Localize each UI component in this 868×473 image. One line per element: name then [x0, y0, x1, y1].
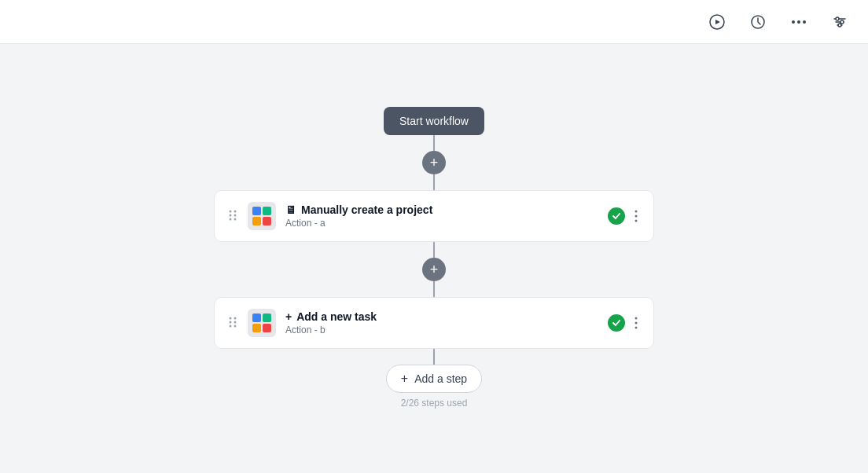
svg-point-27 [635, 317, 638, 320]
add-step-plus-icon: + [401, 372, 408, 386]
step-title-icon-a: 🖥 [285, 204, 296, 216]
svg-point-24 [234, 321, 237, 323]
drag-handle-b[interactable] [227, 315, 238, 332]
svg-marker-1 [715, 20, 720, 24]
step-subtitle-a: Action - a [285, 218, 598, 229]
step-content-b: + Add a new task Action - b [285, 310, 598, 336]
connector-line-2 [433, 174, 435, 190]
more-menu-b[interactable] [631, 314, 641, 332]
svg-point-18 [635, 211, 638, 213]
svg-point-21 [230, 317, 232, 319]
svg-point-26 [234, 324, 237, 327]
svg-point-28 [635, 322, 638, 324]
svg-point-22 [234, 317, 237, 319]
add-step-button[interactable]: + Add a step [386, 365, 482, 393]
svg-point-15 [234, 214, 237, 216]
svg-point-23 [230, 321, 232, 323]
step-actions-b [608, 314, 641, 332]
add-step-circle-2[interactable]: + [422, 258, 446, 281]
svg-point-14 [230, 214, 232, 216]
svg-point-9 [836, 17, 839, 20]
svg-point-29 [635, 327, 638, 329]
svg-point-25 [230, 324, 232, 327]
step-actions-a [608, 207, 641, 226]
start-workflow-node[interactable]: Start workflow [384, 107, 484, 135]
svg-point-4 [797, 20, 800, 24]
svg-point-13 [234, 210, 237, 212]
step-card-a: 🖥 Manually create a project Action - a [214, 190, 654, 242]
svg-point-19 [635, 215, 638, 218]
step-title-a: 🖥 Manually create a project [285, 204, 598, 216]
connector-line-4 [433, 281, 435, 297]
workflow-canvas: Start workflow + 🖥 [0, 44, 868, 473]
more-options-button[interactable] [786, 9, 811, 35]
step-icon-a [248, 202, 276, 230]
svg-point-12 [230, 210, 232, 212]
more-menu-a[interactable] [631, 207, 641, 226]
svg-point-5 [803, 20, 806, 24]
step-content-a: 🖥 Manually create a project Action - a [285, 204, 598, 229]
svg-point-3 [792, 20, 795, 24]
start-workflow-label: Start workflow [399, 115, 469, 127]
svg-point-16 [230, 218, 232, 220]
step-icon-b [248, 309, 276, 337]
step-subtitle-b: Action - b [285, 324, 598, 336]
connector-line-3 [433, 242, 435, 258]
check-icon-a [608, 207, 625, 225]
connector-line-5 [433, 349, 435, 365]
check-icon-b [608, 314, 625, 332]
history-button[interactable] [745, 9, 771, 35]
toolbar [0, 0, 868, 44]
connector-line-1 [433, 135, 435, 151]
play-button[interactable] [704, 9, 730, 35]
svg-point-20 [635, 220, 638, 222]
add-step-circle-1[interactable]: + [422, 151, 446, 174]
step-card-b: + Add a new task Action - b [214, 297, 654, 349]
drag-handle-a[interactable] [227, 208, 238, 225]
step-title-icon-b: + [285, 310, 292, 323]
step-title-b: + Add a new task [285, 310, 598, 323]
add-step-label: Add a step [414, 372, 467, 385]
svg-point-11 [838, 24, 841, 27]
filter-button[interactable] [827, 9, 852, 35]
svg-point-17 [234, 218, 237, 220]
svg-point-10 [840, 20, 844, 24]
steps-used-label: 2/26 steps used [401, 398, 468, 409]
